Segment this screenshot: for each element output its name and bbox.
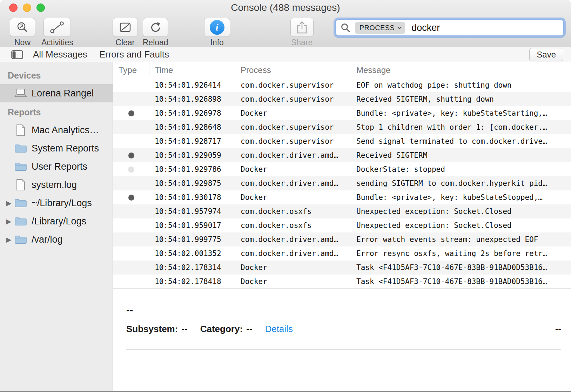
sidebar-item[interactable]: ▶ system.log <box>0 176 113 194</box>
log-row[interactable]: 10:54:02.178418 Docker Task <F41D5AF3-7C… <box>113 275 571 289</box>
sidebar-item-label: System Reports <box>32 143 99 154</box>
log-process-cell: com.docker.driver.amd… <box>236 179 351 188</box>
type-dot-icon <box>128 167 134 173</box>
save-button[interactable]: Save <box>529 48 563 61</box>
log-type-cell <box>113 138 149 144</box>
window-chrome: Console (488 messages) Now <box>0 0 571 47</box>
log-time-cell: 10:54:01.929059 <box>149 151 236 160</box>
sidebar-section-header: Devices <box>0 66 113 84</box>
sidebar-section-header: Reports <box>0 102 113 121</box>
log-row[interactable]: 10:54:01.957974 com.docker.osxfs Unexpec… <box>113 204 571 218</box>
log-time-cell: 10:54:01.999775 <box>149 235 236 244</box>
clear-label: Clear <box>115 38 135 47</box>
reload-label: Reload <box>143 38 168 47</box>
sidebar-item[interactable]: ▶ /Library/Logs <box>0 212 113 230</box>
detail-meta: Subsystem: -- Category: -- Details -- <box>126 324 561 334</box>
chevron-down-icon <box>397 26 402 29</box>
type-dot-icon <box>128 138 134 144</box>
log-time-cell: 10:54:01.928717 <box>149 137 236 146</box>
log-message-cell: Stop 1 children with order 1: [com.docke… <box>351 123 571 131</box>
search-field[interactable]: PROCESS <box>335 19 564 36</box>
reload-button[interactable]: Reload <box>143 18 168 47</box>
log-row[interactable]: 10:54:01.929059 com.docker.driver.amd… R… <box>113 148 571 162</box>
log-row[interactable]: 10:54:01.999775 com.docker.driver.amd… E… <box>113 232 571 246</box>
log-time-cell: 10:54:01.928648 <box>149 123 236 131</box>
type-dot-icon <box>128 195 134 201</box>
sidebar-item-label: User Reports <box>32 161 87 172</box>
search-area: PROCESS <box>335 19 564 36</box>
search-filter-token[interactable]: PROCESS <box>355 22 405 34</box>
disclosure-triangle-icon[interactable]: ▶ <box>4 236 13 244</box>
log-type-cell <box>113 209 149 215</box>
console-window: Console (488 messages) Now <box>0 0 571 392</box>
tab-errors-and-faults[interactable]: Errors and Faults <box>99 49 169 60</box>
search-icon <box>340 22 351 33</box>
clear-button[interactable]: Clear <box>113 18 138 47</box>
log-row[interactable]: 10:54:02.178314 Docker Task <F41D5AF3-7C… <box>113 261 571 275</box>
log-type-cell <box>113 82 149 88</box>
folder-icon <box>14 235 27 244</box>
log-message-cell: Unexpected exception: Socket.Closed <box>351 221 571 230</box>
sidebar-item[interactable]: ▶ Mac Analytics… <box>0 121 113 139</box>
disclosure-triangle-icon[interactable]: ▶ <box>4 199 13 207</box>
search-input[interactable] <box>411 22 559 34</box>
column-header-type[interactable]: Type <box>113 65 149 75</box>
sidebar-item[interactable]: ▶ ~/Library/Logs <box>0 194 113 212</box>
details-link[interactable]: Details <box>265 324 293 334</box>
activities-icon <box>49 21 65 34</box>
tab-all-messages[interactable]: All Messages <box>33 49 87 60</box>
log-process-cell: com.docker.osxfs <box>236 207 351 216</box>
log-row[interactable]: 10:54:01.926898 com.docker.supervisor Re… <box>113 92 571 106</box>
activities-button[interactable]: Activities <box>41 18 73 47</box>
info-button[interactable]: i Info <box>204 18 230 47</box>
sidebar-item[interactable]: ▶ User Reports <box>0 157 113 176</box>
column-header-message[interactable]: Message <box>351 65 571 75</box>
detail-trailing-value: -- <box>555 324 561 334</box>
log-process-cell: com.docker.supervisor <box>236 137 351 146</box>
log-process-cell: com.docker.driver.amd… <box>236 151 351 160</box>
log-type-cell <box>113 124 149 130</box>
log-process-cell: Docker <box>236 193 351 202</box>
share-button[interactable]: Share <box>290 18 314 47</box>
titlebar[interactable]: Console (488 messages) <box>0 0 571 15</box>
log-row[interactable]: 10:54:01.928717 com.docker.supervisor Se… <box>113 134 571 148</box>
log-row[interactable]: 10:54:01.928648 com.docker.supervisor St… <box>113 120 571 134</box>
log-type-cell <box>113 96 149 102</box>
sidebar-item[interactable]: ▶ System Reports <box>0 139 113 157</box>
sidebar-item-label: ~/Library/Logs <box>32 198 92 209</box>
type-dot-icon <box>128 279 134 285</box>
log-row[interactable]: 10:54:01.929875 com.docker.driver.amd… s… <box>113 176 571 190</box>
document-icon <box>16 179 26 191</box>
sidebar-item-list: ▶ Lorena Rangel <box>0 84 113 102</box>
column-header-time[interactable]: Time <box>149 65 236 75</box>
log-row[interactable]: 10:54:01.926978 Docker Bundle: <private>… <box>113 106 571 120</box>
content-area: Devices ▶ Lorena Rangel Reports ▶ <box>0 62 571 391</box>
folder-icon <box>14 216 27 226</box>
type-dot-icon <box>128 124 134 130</box>
log-process-cell: com.docker.osxfs <box>236 221 351 230</box>
sidebar-item[interactable]: ▶ Lorena Rangel <box>0 84 113 102</box>
filter-bar: All Messages Errors and Faults Save <box>0 47 571 62</box>
column-header-process[interactable]: Process <box>236 65 351 75</box>
log-message-cell: EOF on watchdog pipe: shutting down <box>351 81 571 89</box>
now-icon <box>15 21 29 34</box>
log-message-cell: Bundle: <private>, key: kubeStateStopped… <box>351 193 571 202</box>
activities-label: Activities <box>41 38 73 47</box>
log-type-cell <box>113 251 149 257</box>
sidebar-item-label: Mac Analytics… <box>32 125 99 136</box>
type-dot-icon <box>128 96 134 102</box>
now-button[interactable]: Now <box>10 18 35 47</box>
folder-icon <box>14 198 27 208</box>
log-row[interactable]: 10:54:02.001352 com.docker.driver.amd… E… <box>113 246 571 261</box>
table-header: Type Time Process Message <box>113 62 571 78</box>
log-type-cell <box>113 265 149 271</box>
log-row[interactable]: 10:54:01.929786 Docker DockerState: stop… <box>113 162 571 176</box>
log-row[interactable]: 10:54:01.930178 Docker Bundle: <private>… <box>113 190 571 204</box>
log-message-cell: Task <F41D5AF3-7C10-467E-83BB-91BAD0D53B… <box>351 277 571 286</box>
sidebar-item[interactable]: ▶ /var/log <box>0 230 113 249</box>
log-row[interactable]: 10:54:01.959017 com.docker.osxfs Unexpec… <box>113 218 571 232</box>
log-process-cell: com.docker.supervisor <box>236 95 351 103</box>
disclosure-triangle-icon[interactable]: ▶ <box>4 217 13 225</box>
sidebar-toggle-icon[interactable] <box>11 50 23 59</box>
log-row[interactable]: 10:54:01.926414 com.docker.supervisor EO… <box>113 78 571 92</box>
